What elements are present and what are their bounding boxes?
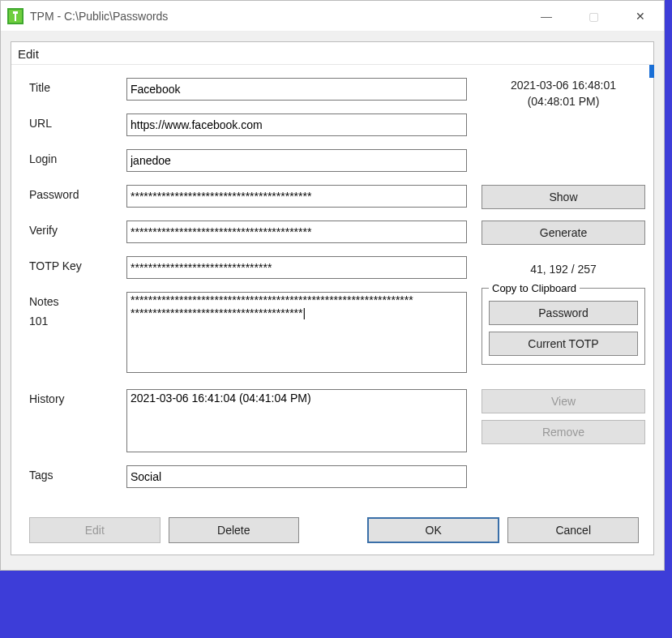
- panel-notch: [649, 65, 654, 78]
- minimize-icon: —: [541, 10, 552, 23]
- history-item[interactable]: 2021-03-06 16:41:04 (04:41:04 PM): [127, 390, 466, 406]
- edit-panel: Edit Title 2021-03-06 16:48:01 (04:48:01…: [11, 41, 654, 555]
- title-field[interactable]: [126, 78, 467, 101]
- notes-field[interactable]: [126, 292, 467, 373]
- verify-field[interactable]: [126, 221, 467, 243]
- copy-password-button[interactable]: Password: [489, 301, 638, 325]
- view-history-button[interactable]: View: [482, 389, 645, 413]
- copy-to-clipboard-group: Copy to Clipboard Password Current TOTP: [482, 282, 645, 365]
- app-icon: [7, 8, 24, 24]
- totp-key-field[interactable]: [126, 256, 467, 279]
- bottom-bar: Edit Delete OK Cancel: [11, 509, 653, 555]
- copy-to-clipboard-legend: Copy to Clipboard: [489, 282, 580, 294]
- timestamp: 2021-03-06 16:48:01 (04:48:01 PM): [482, 78, 645, 109]
- login-field[interactable]: [126, 149, 467, 172]
- panel-header: Edit: [11, 42, 653, 65]
- ok-button[interactable]: OK: [367, 517, 500, 543]
- maximize-icon: ▢: [589, 10, 599, 23]
- titlebar[interactable]: TPM - C:\Public\Passwords — ▢ ✕: [1, 1, 664, 32]
- remove-history-button[interactable]: Remove: [482, 420, 645, 444]
- url-field[interactable]: [126, 113, 467, 136]
- notes-label: Notes: [29, 292, 118, 308]
- tags-label: Tags: [29, 465, 118, 482]
- close-icon: ✕: [636, 10, 645, 23]
- verify-label: Verify: [29, 221, 118, 237]
- totp-key-label: TOTP Key: [29, 256, 118, 272]
- tags-field[interactable]: [126, 465, 467, 488]
- history-list[interactable]: 2021-03-06 16:41:04 (04:41:04 PM): [126, 389, 467, 452]
- password-field[interactable]: [126, 185, 467, 208]
- form-area: Title 2021-03-06 16:48:01 (04:48:01 PM) …: [11, 65, 653, 509]
- window-body: Edit Title 2021-03-06 16:48:01 (04:48:01…: [1, 32, 664, 570]
- app-window: TPM - C:\Public\Passwords — ▢ ✕ Edit Tit…: [0, 0, 665, 571]
- maximize-button[interactable]: ▢: [570, 1, 617, 32]
- minimize-button[interactable]: —: [523, 1, 570, 32]
- url-label: URL: [29, 113, 118, 130]
- copy-totp-button[interactable]: Current TOTP: [489, 332, 638, 356]
- show-button[interactable]: Show: [482, 185, 645, 209]
- counter-text: 41, 192 / 257: [482, 263, 645, 276]
- close-button[interactable]: ✕: [617, 1, 664, 32]
- history-label: History: [29, 389, 118, 405]
- generate-button[interactable]: Generate: [482, 221, 645, 245]
- title-label: Title: [29, 78, 118, 94]
- notes-count-label: 101: [29, 308, 118, 328]
- cancel-button[interactable]: Cancel: [507, 517, 639, 543]
- timestamp-line1: 2021-03-06 16:48:01: [482, 78, 645, 94]
- password-label: Password: [29, 185, 118, 201]
- delete-button[interactable]: Delete: [169, 517, 300, 543]
- window-controls: — ▢ ✕: [523, 1, 664, 31]
- edit-button[interactable]: Edit: [29, 517, 161, 543]
- timestamp-line2: (04:48:01 PM): [482, 94, 645, 110]
- login-label: Login: [29, 149, 118, 165]
- window-title: TPM - C:\Public\Passwords: [30, 10, 168, 23]
